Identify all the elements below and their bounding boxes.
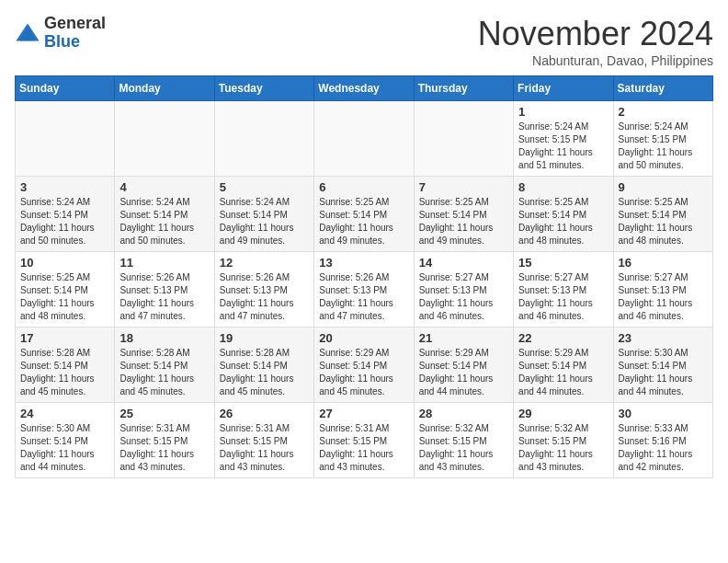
- day-info: Sunrise: 5:30 AM Sunset: 5:14 PM Dayligh…: [20, 422, 109, 474]
- calendar-cell: 2Sunrise: 5:24 AM Sunset: 5:15 PM Daylig…: [613, 101, 712, 177]
- title-block: November 2024 Nabunturan, Davao, Philipp…: [478, 15, 713, 68]
- calendar-cell: 5Sunrise: 5:24 AM Sunset: 5:14 PM Daylig…: [214, 177, 313, 252]
- day-info: Sunrise: 5:29 AM Sunset: 5:14 PM Dayligh…: [319, 347, 408, 398]
- calendar-cell: 11Sunrise: 5:26 AM Sunset: 5:13 PM Dayli…: [115, 252, 214, 327]
- day-number: 15: [518, 256, 608, 270]
- day-number: 14: [419, 256, 508, 270]
- day-number: 20: [319, 331, 408, 345]
- day-info: Sunrise: 5:26 AM Sunset: 5:13 PM Dayligh…: [119, 271, 209, 323]
- location-subtitle: Nabunturan, Davao, Philippines: [478, 53, 713, 68]
- calendar-cell: [16, 101, 115, 177]
- day-number: 28: [419, 407, 508, 420]
- calendar-cell: 14Sunrise: 5:27 AM Sunset: 5:13 PM Dayli…: [414, 252, 513, 327]
- day-info: Sunrise: 5:32 AM Sunset: 5:15 PM Dayligh…: [419, 422, 508, 474]
- calendar-cell: 27Sunrise: 5:31 AM Sunset: 5:15 PM Dayli…: [314, 403, 414, 478]
- calendar-cell: 28Sunrise: 5:32 AM Sunset: 5:15 PM Dayli…: [414, 403, 513, 478]
- calendar-cell: 8Sunrise: 5:25 AM Sunset: 5:14 PM Daylig…: [514, 177, 613, 252]
- month-title: November 2024: [478, 15, 713, 53]
- day-number: 2: [619, 105, 708, 119]
- day-number: 12: [220, 256, 309, 270]
- day-number: 23: [619, 331, 708, 345]
- calendar-week-3: 10Sunrise: 5:25 AM Sunset: 5:14 PM Dayli…: [16, 252, 713, 327]
- calendar-cell: 4Sunrise: 5:24 AM Sunset: 5:14 PM Daylig…: [115, 177, 214, 252]
- calendar-cell: 25Sunrise: 5:31 AM Sunset: 5:15 PM Dayli…: [115, 403, 214, 478]
- day-info: Sunrise: 5:24 AM Sunset: 5:15 PM Dayligh…: [619, 121, 708, 172]
- day-number: 30: [619, 407, 708, 420]
- calendar-cell: [214, 101, 313, 177]
- calendar-cell: 3Sunrise: 5:24 AM Sunset: 5:14 PM Daylig…: [16, 177, 115, 252]
- calendar-week-5: 24Sunrise: 5:30 AM Sunset: 5:14 PM Dayli…: [16, 403, 713, 478]
- calendar-cell: 6Sunrise: 5:25 AM Sunset: 5:14 PM Daylig…: [314, 177, 414, 252]
- calendar-cell: 9Sunrise: 5:25 AM Sunset: 5:14 PM Daylig…: [613, 177, 712, 252]
- calendar-cell: 17Sunrise: 5:28 AM Sunset: 5:14 PM Dayli…: [16, 327, 115, 403]
- day-number: 6: [319, 180, 408, 194]
- day-info: Sunrise: 5:24 AM Sunset: 5:15 PM Dayligh…: [518, 121, 608, 172]
- day-info: Sunrise: 5:27 AM Sunset: 5:13 PM Dayligh…: [518, 271, 608, 323]
- weekday-header-friday: Friday: [514, 76, 613, 101]
- day-info: Sunrise: 5:25 AM Sunset: 5:14 PM Dayligh…: [518, 196, 608, 247]
- day-number: 7: [419, 180, 508, 194]
- day-number: 13: [319, 256, 408, 270]
- calendar-week-2: 3Sunrise: 5:24 AM Sunset: 5:14 PM Daylig…: [16, 177, 713, 252]
- calendar-cell: [314, 101, 414, 177]
- day-info: Sunrise: 5:31 AM Sunset: 5:15 PM Dayligh…: [220, 422, 309, 474]
- day-info: Sunrise: 5:31 AM Sunset: 5:15 PM Dayligh…: [119, 422, 209, 474]
- day-info: Sunrise: 5:28 AM Sunset: 5:14 PM Dayligh…: [20, 347, 109, 398]
- page-header: General Blue November 2024 Nabunturan, D…: [15, 15, 713, 68]
- day-number: 4: [119, 180, 209, 194]
- day-number: 22: [518, 331, 608, 345]
- weekday-header-thursday: Thursday: [414, 76, 513, 101]
- calendar-cell: 13Sunrise: 5:26 AM Sunset: 5:13 PM Dayli…: [314, 252, 414, 327]
- day-info: Sunrise: 5:24 AM Sunset: 5:14 PM Dayligh…: [119, 196, 209, 247]
- day-info: Sunrise: 5:33 AM Sunset: 5:16 PM Dayligh…: [619, 422, 708, 474]
- calendar-cell: [414, 101, 513, 177]
- day-info: Sunrise: 5:25 AM Sunset: 5:14 PM Dayligh…: [419, 196, 508, 247]
- calendar-header: SundayMondayTuesdayWednesdayThursdayFrid…: [16, 76, 713, 101]
- calendar-body: 1Sunrise: 5:24 AM Sunset: 5:15 PM Daylig…: [16, 101, 713, 478]
- day-info: Sunrise: 5:24 AM Sunset: 5:14 PM Dayligh…: [20, 196, 109, 247]
- day-info: Sunrise: 5:30 AM Sunset: 5:14 PM Dayligh…: [619, 347, 708, 398]
- day-number: 19: [220, 331, 309, 345]
- weekday-header-row: SundayMondayTuesdayWednesdayThursdayFrid…: [16, 76, 713, 101]
- day-number: 9: [619, 180, 708, 194]
- weekday-header-wednesday: Wednesday: [314, 76, 414, 101]
- calendar-cell: 21Sunrise: 5:29 AM Sunset: 5:14 PM Dayli…: [414, 327, 513, 403]
- day-number: 5: [220, 180, 309, 194]
- weekday-header-monday: Monday: [115, 76, 214, 101]
- day-number: 17: [20, 331, 109, 345]
- day-info: Sunrise: 5:25 AM Sunset: 5:14 PM Dayligh…: [319, 196, 408, 247]
- calendar-week-1: 1Sunrise: 5:24 AM Sunset: 5:15 PM Daylig…: [16, 101, 713, 177]
- calendar-table: SundayMondayTuesdayWednesdayThursdayFrid…: [15, 75, 713, 478]
- day-number: 18: [119, 331, 209, 345]
- calendar-week-4: 17Sunrise: 5:28 AM Sunset: 5:14 PM Dayli…: [16, 327, 713, 403]
- calendar-cell: 12Sunrise: 5:26 AM Sunset: 5:13 PM Dayli…: [214, 252, 313, 327]
- day-info: Sunrise: 5:24 AM Sunset: 5:14 PM Dayligh…: [220, 196, 309, 247]
- weekday-header-saturday: Saturday: [613, 76, 712, 101]
- day-info: Sunrise: 5:25 AM Sunset: 5:14 PM Dayligh…: [20, 271, 109, 323]
- day-number: 11: [119, 256, 209, 270]
- day-number: 1: [518, 105, 608, 119]
- calendar-cell: 30Sunrise: 5:33 AM Sunset: 5:16 PM Dayli…: [613, 403, 712, 478]
- day-info: Sunrise: 5:32 AM Sunset: 5:15 PM Dayligh…: [518, 422, 608, 474]
- logo-icon: [15, 20, 40, 46]
- day-number: 21: [419, 331, 508, 345]
- calendar-cell: 19Sunrise: 5:28 AM Sunset: 5:14 PM Dayli…: [214, 327, 313, 403]
- weekday-header-tuesday: Tuesday: [214, 76, 313, 101]
- day-number: 26: [220, 407, 309, 420]
- day-info: Sunrise: 5:29 AM Sunset: 5:14 PM Dayligh…: [518, 347, 608, 398]
- calendar-cell: 24Sunrise: 5:30 AM Sunset: 5:14 PM Dayli…: [16, 403, 115, 478]
- logo: General Blue: [15, 15, 106, 52]
- calendar-cell: 10Sunrise: 5:25 AM Sunset: 5:14 PM Dayli…: [16, 252, 115, 327]
- calendar-cell: [115, 101, 214, 177]
- day-number: 25: [119, 407, 209, 420]
- calendar-cell: 29Sunrise: 5:32 AM Sunset: 5:15 PM Dayli…: [514, 403, 613, 478]
- logo-text: General Blue: [44, 15, 106, 52]
- day-number: 27: [319, 407, 408, 420]
- day-number: 24: [20, 407, 109, 420]
- calendar-cell: 23Sunrise: 5:30 AM Sunset: 5:14 PM Dayli…: [613, 327, 712, 403]
- day-number: 10: [20, 256, 109, 270]
- day-info: Sunrise: 5:27 AM Sunset: 5:13 PM Dayligh…: [419, 271, 508, 323]
- calendar-cell: 7Sunrise: 5:25 AM Sunset: 5:14 PM Daylig…: [414, 177, 513, 252]
- calendar-cell: 15Sunrise: 5:27 AM Sunset: 5:13 PM Dayli…: [514, 252, 613, 327]
- day-info: Sunrise: 5:26 AM Sunset: 5:13 PM Dayligh…: [319, 271, 408, 323]
